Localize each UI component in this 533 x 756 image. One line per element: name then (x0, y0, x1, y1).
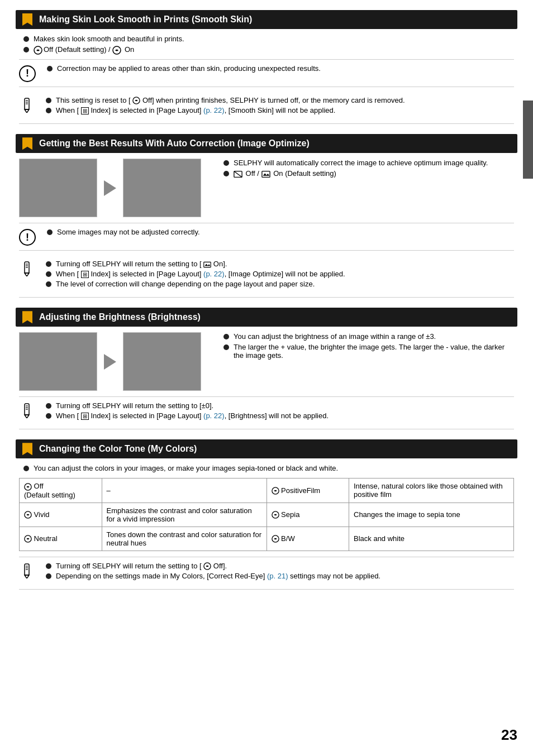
notes-bullets-2: Turning off SELPHY will return the setti… (41, 260, 514, 288)
index-icon-3: ⊞ (81, 413, 89, 420)
bw-desc: Black and white (349, 527, 514, 551)
smooth-on-icon (112, 46, 121, 55)
image-optimize-note3: The level of correction will change depe… (56, 280, 315, 288)
svg-marker-12 (25, 273, 29, 276)
smooth-skin-header: Making Skin Look Smooth in Prints (Smoot… (16, 10, 517, 29)
smooth-skin-notes-content: This setting is reset to [ Off] when pri… (41, 96, 514, 119)
image-optimize-bullet2: Off / On (Default setting) (234, 169, 336, 178)
bookmark-icon-4 (22, 443, 35, 455)
list-item: Off (Default setting) / 🎨 Off (Default s… (19, 45, 514, 55)
table-row: Off(Default setting) – PositiveFilm Inte… (20, 479, 514, 503)
bullet-dot (223, 334, 229, 339)
list-item: This setting is reset to [ Off] when pri… (41, 96, 514, 105)
vivid-label: Vivid (20, 503, 102, 527)
page-link-4[interactable]: (p. 21) (267, 572, 288, 580)
off-label: Off(Default setting) (20, 479, 102, 503)
page-link[interactable]: (p. 22) (203, 106, 225, 114)
mycolor-icon-sepia (272, 511, 279, 519)
index-icon: ⊞ (81, 107, 89, 114)
mycolor-icon-pf (272, 487, 279, 495)
my-colors-title: Changing the Color Tone (My Colors) (39, 444, 197, 454)
bw-label: B/W (266, 527, 349, 551)
img-off-icon (234, 170, 242, 178)
list-item: Some images may not be adjusted correctl… (42, 228, 514, 236)
warning-icon-2: ! (19, 229, 36, 246)
smooth-skin-note1: This setting is reset to [ Off] when pri… (56, 96, 405, 105)
list-item: You can adjust the brightness of an imag… (219, 332, 514, 341)
svg-marker-18 (25, 415, 29, 418)
notes-bullets-4: Turning off SELPHY will return the setti… (41, 562, 514, 581)
mycolor-icon-inline (203, 562, 211, 570)
brightness-note1: Turning off SELPHY will return the setti… (56, 401, 213, 410)
image-optimize-header: Getting the Best Results With Auto Corre… (16, 134, 517, 153)
list-item: Depending on the settings made in My Col… (41, 572, 514, 580)
vivid-desc: Emphasizes the contrast and color satura… (102, 503, 266, 527)
bullet-dot (46, 261, 51, 267)
my-colors-table: Off(Default setting) – PositiveFilm Inte… (19, 478, 514, 551)
brightness-image-compare (19, 332, 201, 391)
image-optimize-warning-content: Some images may not be adjusted correctl… (42, 228, 514, 241)
bullet-dot (46, 403, 51, 409)
image-optimize-warning-text: Some images may not be adjusted correctl… (57, 228, 200, 236)
bullet-dot (46, 108, 51, 113)
smooth-skin-notes: This setting is reset to [ Off] when pri… (19, 92, 514, 125)
brightness-bullet2: The larger the + value, the brighter the… (234, 343, 514, 360)
smooth-icon (34, 46, 42, 55)
off-desc: – (102, 479, 266, 503)
image-optimize-section: Getting the Best Results With Auto Corre… (16, 134, 517, 298)
brightness-header: Adjusting the Brightness (Brightness) (16, 308, 517, 327)
my-colors-intro-list: You can adjust the colors in your images… (19, 464, 514, 472)
bookmark-icon (22, 13, 35, 26)
brightness-notes: Turning off SELPHY will return the setti… (19, 396, 514, 429)
sepia-desc: Changes the image to sepia tone (349, 503, 514, 527)
pencil-svg (21, 97, 33, 113)
warning-icon: ! (19, 65, 36, 82)
smooth-skin-warning-content: Correction may be applied to areas other… (42, 64, 514, 77)
image-optimize-notes-content: Turning off SELPHY will return the setti… (41, 260, 514, 293)
bullet-dot (46, 98, 51, 103)
my-colors-header: Changing the Color Tone (My Colors) (16, 439, 517, 458)
mycolor-icon-neutral (24, 535, 32, 543)
bullet-dot (223, 160, 229, 166)
brightness-notes-content: Turning off SELPHY will return the setti… (41, 401, 514, 424)
bullet-dot (23, 466, 29, 471)
before-image-brightness (19, 332, 97, 391)
image-optimize-content: SELPHY will automatically correct the im… (16, 159, 517, 298)
pencil-svg-2 (21, 261, 33, 276)
before-image (19, 159, 97, 217)
my-colors-note2: Depending on the settings made in My Col… (56, 572, 380, 580)
svg-marker-3 (25, 109, 29, 113)
list-item: You can adjust the colors in your images… (19, 464, 514, 472)
warning-bullets: Correction may be applied to areas other… (42, 64, 514, 73)
image-optimize-title: Getting the Best Results With Auto Corre… (39, 138, 310, 149)
arrow-icon (104, 180, 116, 196)
image-optimize-notes: Turning off SELPHY will return the setti… (19, 255, 514, 298)
brightness-content: You can adjust the brightness of an imag… (16, 332, 517, 429)
mycolor-icon-off (24, 483, 32, 491)
smooth-skin-bullet2: Off (Default setting) / 🎨 Off (Default s… (34, 45, 134, 55)
my-colors-section: Changing the Color Tone (My Colors) You … (16, 439, 517, 590)
sepia-label: Sepia (266, 503, 349, 527)
bullet-dot (46, 413, 51, 419)
neutral-desc: Tones down the contrast and color satura… (102, 527, 266, 551)
list-item: Makes skin look smooth and beautiful in … (19, 35, 514, 43)
table-row: Vivid Emphasizes the contrast and color … (20, 503, 514, 527)
smooth-skin-bullet1: Makes skin look smooth and beautiful in … (34, 35, 184, 43)
warning-bullets-2: Some images may not be adjusted correctl… (42, 228, 514, 236)
mycolor-icon-bw (272, 535, 279, 543)
pencil-icon-2 (19, 261, 35, 276)
svg-marker-29 (25, 575, 29, 578)
after-image-brightness (123, 332, 201, 391)
list-item: Correction may be applied to areas other… (42, 64, 514, 73)
page-link-2[interactable]: (p. 22) (203, 270, 225, 278)
brightness-note2: When [ ⊞ Index] is selected in [Page Lay… (56, 412, 329, 420)
smooth-skin-warning-text: Correction may be applied to areas other… (57, 64, 321, 73)
page-link-3[interactable]: (p. 22) (203, 412, 225, 420)
image-optimize-note2: When [ ⊞ Index] is selected in [Page Lay… (56, 270, 345, 278)
img-on-icon-inline (203, 261, 211, 268)
bullet-dot (46, 271, 51, 277)
pencil-icon (19, 97, 35, 113)
bullet-dot (223, 344, 229, 350)
bullet-dot (23, 36, 29, 42)
image-optimize-text-col: SELPHY will automatically correct the im… (210, 159, 514, 183)
